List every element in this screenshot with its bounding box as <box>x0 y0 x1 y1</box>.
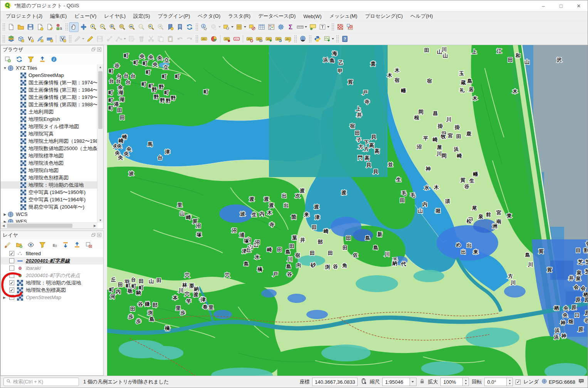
current-edits-dropdown-icon[interactable] <box>82 38 84 40</box>
browser-item[interactable]: 地理院写真 <box>1 130 103 137</box>
maximize-button[interactable]: □ <box>552 0 570 11</box>
browser-item[interactable]: 地理院淡色地図 <box>1 159 103 167</box>
toolbar-grip[interactable] <box>69 35 71 43</box>
raster-plugin-a-button[interactable] <box>335 22 345 32</box>
magnifier-input[interactable]: 100% <box>440 378 463 386</box>
zoom-in-button[interactable] <box>88 22 98 32</box>
menu-4[interactable]: 設定(S) <box>129 12 154 21</box>
browser-item[interactable]: 国土画像情報 (第二期：1979〜1983 <box>1 94 103 101</box>
search-input[interactable]: 検索(Ctrl + K) <box>3 378 79 386</box>
layer-item[interactable]: ✓filtered <box>1 250 103 257</box>
layer-item[interactable]: ▶OpenStreetMap <box>1 294 103 301</box>
toolbar-grip[interactable] <box>65 23 68 31</box>
new-virtual-layer-button[interactable] <box>58 34 67 44</box>
field-calculator-button[interactable] <box>266 22 276 32</box>
menu-10[interactable]: メッシュ(M) <box>326 12 361 21</box>
zoom-native-button[interactable]: 1:1 <box>136 22 146 32</box>
new-geopackage-layer-button[interactable] <box>16 34 25 44</box>
save-edits-button[interactable] <box>95 34 104 44</box>
float-panel-icon[interactable] <box>91 47 96 53</box>
highlight-labels-button[interactable]: abc <box>232 34 241 44</box>
open-attribute-table-button[interactable] <box>257 22 266 32</box>
paste-features-button[interactable] <box>165 34 175 44</box>
raster-plugin-b-button[interactable] <box>345 22 354 32</box>
rotate-label-button[interactable]: abc <box>274 34 283 44</box>
browser-item[interactable]: 国土画像情報 (第三期：1984〜1986 <box>1 86 103 94</box>
vertex-tool-dropdown-icon[interactable] <box>124 38 126 40</box>
menu-6[interactable]: ベクタ(O) <box>194 12 224 21</box>
browser-item[interactable]: 地理院白地図 <box>1 167 103 174</box>
current-edits-button[interactable] <box>72 34 82 44</box>
select-features-dropdown-icon[interactable] <box>231 26 234 28</box>
layer-item[interactable]: ✓地理院色別標高図 <box>1 286 103 294</box>
toggle-editing-button[interactable] <box>85 34 95 44</box>
measure-button[interactable] <box>295 22 305 32</box>
save-project-button[interactable] <box>25 22 35 32</box>
menu-9[interactable]: Web(W) <box>299 12 325 20</box>
run-feature-action-dropdown-icon[interactable] <box>218 26 221 28</box>
show-bookmarks-button[interactable] <box>175 22 185 32</box>
python-console-button[interactable] <box>312 34 322 44</box>
open-project-button[interactable] <box>16 22 25 32</box>
lock-scale-icon[interactable] <box>419 378 425 385</box>
expander-icon[interactable]: ▶ <box>3 296 7 299</box>
magnifier-spinner[interactable]: ▲▼ <box>463 378 469 386</box>
move-label-button[interactable]: abc <box>264 34 274 44</box>
select-by-value-button[interactable] <box>234 22 244 32</box>
text-annotation-dropdown-icon[interactable] <box>327 26 329 28</box>
menu-11[interactable]: プロセシング(C) <box>361 12 407 21</box>
menu-8[interactable]: データベース(D) <box>254 12 299 21</box>
scale-combo[interactable]: 1:95046 <box>382 378 410 386</box>
browser-item[interactable]: 空中写真 (1945〜1950年) <box>1 189 103 196</box>
browser-item[interactable]: 国土画像情報 (第四期：1988〜1990 <box>1 101 103 108</box>
browser-item[interactable]: 地理院English <box>1 115 103 123</box>
zoom-next-button[interactable] <box>156 22 165 32</box>
browser-item[interactable]: 地理院タイル標準地図 <box>1 123 103 130</box>
add-feature-button[interactable] <box>104 34 114 44</box>
toolbar-grip[interactable] <box>294 35 297 43</box>
add-layer-icon[interactable] <box>3 55 12 64</box>
render-checkbox[interactable]: ✓ <box>516 380 521 385</box>
change-label-button[interactable]: abc <box>245 34 254 44</box>
menu-2[interactable]: ビュー(V) <box>71 12 100 21</box>
log-messages-icon[interactable] <box>578 378 585 386</box>
menu-1[interactable]: 編集(E) <box>46 12 71 21</box>
new-project-button[interactable] <box>6 22 16 32</box>
add-to-overview-dropdown-icon[interactable] <box>332 38 334 40</box>
close-panel-icon[interactable] <box>97 47 101 53</box>
manage-themes-icon[interactable] <box>27 241 35 249</box>
layer-checkbox[interactable]: ✓ <box>9 251 14 256</box>
text-annotation-button[interactable]: T <box>318 22 327 32</box>
pan-to-selection-button[interactable] <box>79 22 88 32</box>
new-print-layout-button[interactable] <box>35 22 45 32</box>
zoom-out-button[interactable] <box>98 22 108 32</box>
browser-item[interactable]: 地理院土地利用図（1982〜1983年） <box>1 137 103 145</box>
layer-checkbox[interactable]: ✓ <box>9 288 14 293</box>
browser-item[interactable]: 地理院標準地図 <box>1 152 103 159</box>
expander-icon[interactable]: ▼ <box>3 66 7 70</box>
expand-all-icon[interactable] <box>61 241 70 249</box>
pin-labels-button[interactable]: abc <box>222 34 232 44</box>
menu-5[interactable]: プラグイン(P) <box>154 12 194 21</box>
browser-item[interactable]: 簡易空中写真 (2004年〜) <box>1 203 103 211</box>
browser-item[interactable]: 空中写真 (1961〜1964年) <box>1 196 103 203</box>
layer-diagram-button[interactable] <box>209 34 218 44</box>
expander-icon[interactable]: ▶ <box>3 212 7 216</box>
show-hide-labels-button[interactable]: abc <box>254 34 264 44</box>
browser-item[interactable]: 国土画像情報 (第一期：1974〜1978 <box>1 79 103 86</box>
cut-features-button[interactable] <box>146 34 156 44</box>
redo-button[interactable] <box>185 34 194 44</box>
menu-12[interactable]: ヘルプ(H) <box>407 12 437 21</box>
delete-selected-button[interactable] <box>136 34 146 44</box>
map-canvas[interactable]: 町央央央立町町央立谷町台台台台台台余町湖町湖港町田田町町町町町野野町野野野野町崎… <box>107 45 588 376</box>
browser-item[interactable]: 土地利用図 <box>1 108 103 115</box>
layer-checkbox[interactable] <box>9 266 14 271</box>
toolbar-grip[interactable] <box>195 35 198 43</box>
browser-vertical-scrollbar[interactable]: ▲▼ <box>97 64 103 223</box>
layer-labeling-button[interactable]: abc <box>199 34 209 44</box>
rotation-input[interactable]: 0.0° <box>484 378 507 386</box>
properties-icon[interactable]: i <box>50 55 58 64</box>
layer-item[interactable]: ✓地理院：明治期の低湿地 <box>1 279 103 286</box>
rotation-spinner[interactable]: ▲▼ <box>507 378 513 386</box>
toolbar-grip[interactable] <box>309 35 311 43</box>
